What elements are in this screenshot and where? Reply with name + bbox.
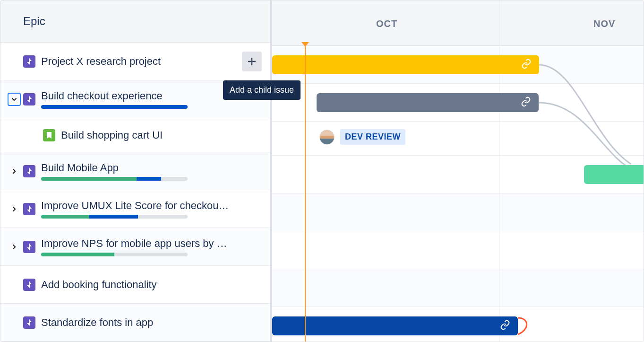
progress-bar	[41, 215, 188, 219]
epic-title[interactable]: Add booking functionality	[41, 279, 266, 291]
timeline-row-improve-nps	[272, 231, 644, 269]
expand-col	[5, 165, 23, 178]
assignee-avatar[interactable]	[319, 130, 335, 145]
progress-segment-blue	[137, 177, 162, 181]
link-icon[interactable]	[521, 59, 532, 71]
epic-icon	[23, 241, 35, 253]
epic-title[interactable]: Build Mobile App	[41, 162, 266, 174]
timeline-row-add-booking	[272, 269, 644, 307]
progress-segment-green	[41, 177, 137, 181]
add-child-issue-button[interactable]	[242, 52, 262, 71]
epic-row-improve-nps[interactable]: Improve NPS for mobile app users by …	[0, 228, 270, 266]
progress-bar	[41, 177, 188, 181]
chevron-right-icon[interactable]	[8, 165, 21, 178]
progress-segment-green	[41, 215, 89, 219]
epic-rows: Project X research projectAdd a child is…	[0, 43, 270, 342]
month-label-oct: OCT	[376, 18, 397, 29]
timeline-row-project-x	[272, 46, 644, 84]
timeline-row-build-checkout	[272, 84, 644, 122]
expand-col	[5, 93, 23, 106]
epic-icon	[23, 279, 35, 291]
epic-title[interactable]: Project X research project	[41, 55, 242, 68]
chevron-right-icon[interactable]	[8, 202, 21, 216]
epic-icon	[23, 55, 35, 68]
epic-title[interactable]: Improve UMUX Lite Score for checkou…	[41, 200, 266, 212]
progress-segment-blue	[41, 105, 188, 109]
link-icon[interactable]	[500, 320, 510, 332]
timeline-row-build-mobile-app	[272, 156, 644, 193]
today-marker-line	[305, 46, 306, 342]
roadmap-container: Epic Project X research projectAdd a chi…	[0, 0, 644, 342]
chevron-down-icon[interactable]	[8, 93, 21, 106]
link-icon[interactable]	[521, 96, 531, 109]
epic-row-project-x[interactable]: Project X research projectAdd a child is…	[0, 43, 270, 80]
timeline-row-standardize-fonts	[272, 307, 644, 342]
add-child-tooltip: Add a child issue	[223, 80, 301, 100]
month-label-nov: NOV	[593, 18, 615, 29]
progress-segment-blue	[89, 215, 137, 219]
story-icon	[43, 129, 55, 141]
epic-row-standardize-fonts[interactable]: Standardize fonts in app	[0, 304, 270, 342]
epic-row-build-mobile-app[interactable]: Build Mobile App	[0, 152, 270, 190]
epic-row-improve-umux[interactable]: Improve UMUX Lite Score for checkou…	[0, 190, 270, 228]
status-pill[interactable]: DEV REVIEW	[319, 129, 405, 145]
expand-col	[5, 202, 23, 216]
chevron-right-icon[interactable]	[8, 240, 21, 254]
epic-title[interactable]: Standardize fonts in app	[41, 316, 266, 329]
epic-icon	[23, 165, 35, 177]
child-row-shopping-cart-ui[interactable]: Build shopping cart UI	[0, 118, 270, 152]
expand-col	[5, 240, 23, 254]
progress-bar	[41, 253, 188, 256]
epic-icon	[23, 316, 35, 329]
timeline-header: OCT NOV	[272, 0, 644, 46]
progress-bar	[41, 105, 188, 109]
epic-column-title: Epic	[23, 15, 45, 28]
epic-title[interactable]: Improve NPS for mobile app users by …	[41, 237, 266, 250]
epic-column-header: Epic	[0, 0, 270, 43]
status-label: DEV REVIEW	[340, 129, 405, 145]
epic-icon	[23, 93, 35, 105]
timeline-bar[interactable]	[272, 55, 539, 74]
epic-row-add-booking[interactable]: Add booking functionality	[0, 266, 270, 304]
timeline-bar[interactable]	[584, 165, 644, 184]
timeline-panel[interactable]: OCT NOV DEV REVIEW	[272, 0, 644, 342]
timeline-rows: DEV REVIEW	[272, 46, 644, 342]
month-divider	[499, 0, 499, 342]
epic-list-panel: Epic Project X research projectAdd a chi…	[0, 0, 272, 342]
progress-segment-green	[41, 253, 114, 256]
timeline-row-improve-umux	[272, 193, 644, 231]
today-marker-caret	[301, 42, 309, 47]
child-title[interactable]: Build shopping cart UI	[61, 129, 270, 141]
timeline-bar[interactable]	[317, 93, 539, 112]
timeline-child-row-shopping-cart-ui: DEV REVIEW	[272, 122, 644, 156]
timeline-bar[interactable]	[272, 316, 518, 335]
epic-icon	[23, 203, 35, 215]
